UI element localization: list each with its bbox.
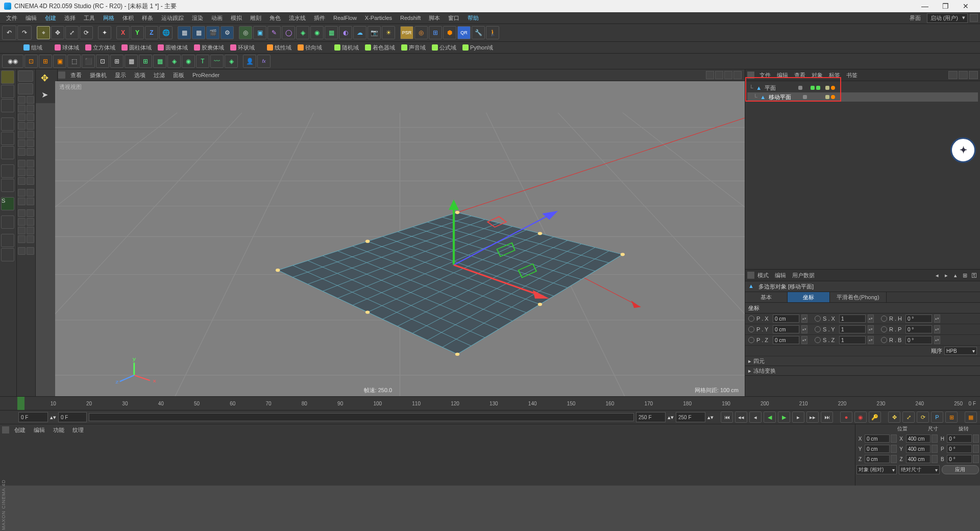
sel-ah[interactable] xyxy=(27,247,34,255)
sel-ad[interactable] xyxy=(27,227,34,234)
anim-dot[interactable] xyxy=(815,316,821,322)
instance-icon[interactable]: ◉ xyxy=(182,55,195,68)
move-gizmo-icon[interactable]: ✥ xyxy=(38,71,51,85)
pla-key-button[interactable]: ⊞ xyxy=(945,412,958,423)
scale-key-button[interactable]: ⤢ xyxy=(902,412,915,423)
magic-button[interactable]: 🔧 xyxy=(472,26,485,39)
menu-1[interactable]: 编辑 xyxy=(21,14,41,22)
sel-k[interactable] xyxy=(18,139,26,147)
menu-8[interactable]: 运动跟踪 xyxy=(157,14,188,22)
sel-ab[interactable] xyxy=(27,218,34,226)
field-1[interactable]: 球体域 xyxy=(53,44,81,52)
om-menu-tags[interactable]: 标签 xyxy=(826,71,843,79)
vp-menu-camera[interactable]: 摄像机 xyxy=(87,71,110,79)
sel-q[interactable] xyxy=(18,168,26,176)
redo-button[interactable]: ↷ xyxy=(17,26,32,40)
tag-phong-icon[interactable] xyxy=(831,86,835,90)
autokey-button[interactable]: ◉ xyxy=(854,412,867,423)
generator-button[interactable]: ◈ xyxy=(296,26,309,39)
sel-j[interactable] xyxy=(27,131,34,138)
layout-config-icon[interactable] xyxy=(970,14,978,22)
anim-dot[interactable] xyxy=(748,316,754,322)
sel-n[interactable] xyxy=(27,148,34,156)
quantize-button[interactable]: ⬢ xyxy=(443,26,456,39)
prop-spin[interactable]: ▴▾ xyxy=(801,336,807,344)
om-menu-bookmarks[interactable]: 书签 xyxy=(843,71,861,79)
mat-menu-create[interactable]: 创建 xyxy=(11,426,29,436)
timeline-playhead[interactable] xyxy=(17,397,24,410)
om-menu-edit[interactable]: 编辑 xyxy=(774,71,791,79)
render-view-button[interactable]: ▦ xyxy=(178,26,191,39)
spline-pen-button[interactable]: ✎ xyxy=(267,26,281,39)
menu-9[interactable]: 渲染 xyxy=(188,14,207,22)
menu-5[interactable]: 网格 xyxy=(99,14,118,22)
tag-dot2[interactable] xyxy=(825,95,829,99)
field-icon2[interactable]: ⊞ xyxy=(39,55,52,68)
layer-dot[interactable] xyxy=(798,86,802,90)
model-mode[interactable] xyxy=(1,70,14,84)
field-4[interactable]: 圆锥体域 xyxy=(156,44,190,52)
field-7[interactable]: 线性域 xyxy=(265,44,293,52)
menu-7[interactable]: 样条 xyxy=(138,14,157,22)
pos-field[interactable]: 0 cm xyxy=(865,445,890,453)
menu-13[interactable]: 角色 xyxy=(265,14,285,22)
sel-t[interactable] xyxy=(27,177,34,185)
subdivision-button[interactable]: ◉ xyxy=(310,26,324,39)
vis-editor-dot[interactable] xyxy=(811,86,815,90)
mospline-icon[interactable]: ◈ xyxy=(225,55,238,68)
sel-r[interactable] xyxy=(27,168,34,176)
prop-spin[interactable]: ▴▾ xyxy=(934,325,940,333)
anim-dot[interactable] xyxy=(881,326,887,332)
timeline-button[interactable]: ▦ xyxy=(965,412,977,423)
prop-val[interactable]: 1 xyxy=(839,325,866,333)
maximize-button[interactable]: ❐ xyxy=(935,0,955,12)
sel-ae[interactable] xyxy=(18,235,26,243)
sel-ag[interactable] xyxy=(18,247,26,255)
make-editable[interactable] xyxy=(18,70,33,82)
anim-dot[interactable] xyxy=(815,326,821,332)
next-frame-button[interactable]: ▸ xyxy=(792,412,804,423)
sel-v[interactable] xyxy=(27,189,34,197)
size-field[interactable]: 400 cm xyxy=(906,455,931,463)
anim-dot[interactable] xyxy=(748,326,754,332)
sel-c[interactable] xyxy=(18,105,26,112)
field-5[interactable]: 胶囊体域 xyxy=(192,44,226,52)
am-lock-button[interactable]: ⚿ xyxy=(970,272,978,279)
object-mode[interactable] xyxy=(1,117,14,131)
cloner-icon[interactable]: ⊞ xyxy=(139,55,152,68)
snap-button[interactable]: ◎ xyxy=(414,26,428,39)
am-menu-mode[interactable]: 模式 xyxy=(754,272,772,279)
play-button[interactable]: ▶ xyxy=(778,412,790,423)
coord-object-select[interactable]: 对象 (相对) xyxy=(856,465,897,474)
sel-af[interactable] xyxy=(27,235,34,243)
am-menu-edit[interactable]: 编辑 xyxy=(772,272,789,279)
tag-dot1[interactable] xyxy=(825,86,829,90)
x-axis-lock[interactable]: X xyxy=(116,26,130,39)
rot-key-button[interactable]: ⟳ xyxy=(917,412,929,423)
undo-button[interactable]: ↶ xyxy=(2,26,16,40)
sel-o[interactable] xyxy=(18,160,26,167)
menu-19[interactable]: 脚本 xyxy=(425,14,444,22)
param-key-button[interactable]: P xyxy=(931,412,943,423)
am-menu-userdata[interactable]: 用户数据 xyxy=(789,272,818,279)
cursor-icon[interactable]: ➤ xyxy=(38,88,51,101)
live-select[interactable] xyxy=(18,83,33,94)
selection-icon2[interactable]: ⬛ xyxy=(82,55,95,68)
sel-e[interactable] xyxy=(18,113,26,121)
menu-15[interactable]: 插件 xyxy=(310,14,329,22)
anim-dot[interactable] xyxy=(881,316,887,322)
field-icon3[interactable]: ▣ xyxy=(53,55,66,68)
field-11[interactable]: 声音域 xyxy=(399,44,428,52)
end-frame-spin[interactable]: ▴▾ xyxy=(668,414,674,421)
scale-tool[interactable]: ⤢ xyxy=(65,26,79,39)
sel-x[interactable] xyxy=(27,198,34,205)
mat-grip-icon[interactable] xyxy=(2,426,9,433)
prop-val[interactable]: 0 ° xyxy=(905,336,932,344)
sel-ac[interactable] xyxy=(18,227,26,234)
prev-key-button[interactable]: ◂◂ xyxy=(735,412,747,423)
sel-w[interactable] xyxy=(18,198,26,205)
pos-field[interactable]: 0 cm xyxy=(865,435,890,443)
matrix-icon[interactable]: ▦ xyxy=(153,55,166,68)
start-frame-field[interactable]: 0 F xyxy=(18,412,48,422)
om-path-icon[interactable] xyxy=(969,71,978,79)
